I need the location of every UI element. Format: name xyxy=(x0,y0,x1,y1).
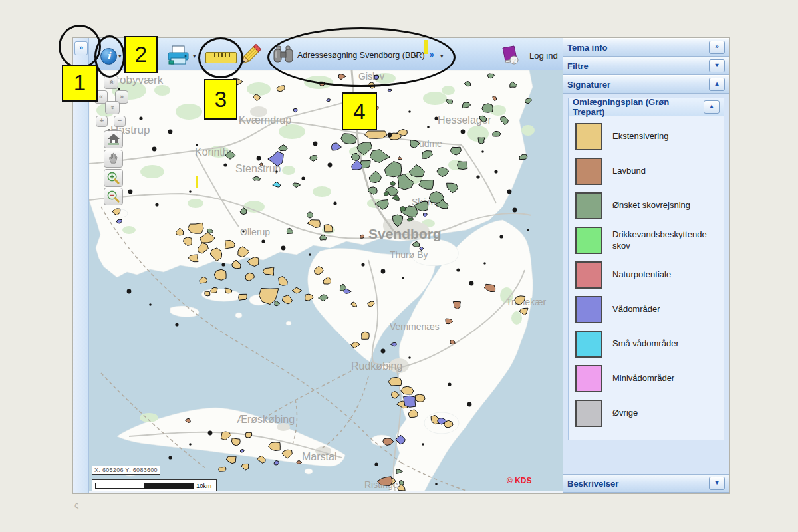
legend-item: Lavbund xyxy=(575,158,718,185)
pan-tool-button[interactable] xyxy=(104,150,123,168)
coordinate-readout: X: 605206 Y: 6083600 xyxy=(92,466,160,475)
pan-up-button[interactable]: » xyxy=(104,76,118,89)
address-search-label[interactable]: Adressesøgning Svendborg (BBR) xyxy=(297,51,425,60)
legend-swatch-naturpotentiale xyxy=(575,261,602,289)
scale-label: 10km xyxy=(196,482,211,489)
more-tools-caret[interactable]: ▾ xyxy=(440,53,444,59)
map-copyright: © KDS xyxy=(507,476,532,485)
print-dropdown-caret[interactable]: ▾ xyxy=(193,53,196,59)
map-label-aeroskobing: Ærøskøbing xyxy=(237,414,295,425)
more-tools-button[interactable]: » xyxy=(430,50,434,59)
stray-mark: ς xyxy=(74,500,78,510)
legend-collapse-button[interactable]: ▴ xyxy=(704,100,720,114)
legend-items: Ekstensivering Lavbund Ønsket skovrejsni… xyxy=(569,116,724,440)
main-toolbar: i ▾ ▾ xyxy=(89,38,563,71)
left-collapsed-panel: » xyxy=(73,38,89,493)
legend-panel: Omlægningsplan (Grøn Trepart) ▴ Ekstensi… xyxy=(568,98,724,440)
panel-beskrivelser-title: Beskrivelser xyxy=(567,479,709,489)
legend-header[interactable]: Omlægningsplan (Grøn Trepart) ▴ xyxy=(569,98,724,116)
map-label-rudkobing: Rudkøbing xyxy=(351,360,402,372)
yellow-marker xyxy=(424,40,428,54)
beskrivelser-collapse-button[interactable]: ▾ xyxy=(709,477,725,490)
draw-button[interactable] xyxy=(237,43,263,70)
map-label-svendborg: Svendborg xyxy=(368,226,442,241)
question-mark-icon: ? xyxy=(512,57,515,64)
legend-swatch-ovrige xyxy=(575,400,602,427)
yellow-map-marker xyxy=(196,176,198,188)
legend-swatch-minivaad xyxy=(575,365,602,392)
scale-bar-segment-white xyxy=(95,483,144,489)
map-label-stenstrup: Stenstrup xyxy=(235,163,281,174)
signaturer-collapse-button[interactable]: ▴ xyxy=(709,78,725,91)
legend-swatch-drikkevand xyxy=(575,227,602,254)
gis-app-window: » i ▾ ▾ xyxy=(72,37,730,494)
map-label-ollerup: Ollerup xyxy=(240,227,270,237)
zoom-out-icon xyxy=(106,190,120,203)
map-canvas[interactable]: Brobyværk Hastrup Kværndrup Korinth Sten… xyxy=(89,70,563,491)
legend-item: Naturpotentiale xyxy=(575,261,718,289)
right-sidebar: Tema info » Filtre ▾ Signaturer ▴ Omlægn… xyxy=(563,38,729,493)
signaturer-content: Omlægningsplan (Grøn Trepart) ▴ Ekstensi… xyxy=(563,94,729,474)
pencil-icon xyxy=(237,43,263,68)
map-label-kvaerndrup: Kværndrup xyxy=(239,114,291,126)
legend-item: Minivådområder xyxy=(575,365,718,392)
legend-item: Ønsket skovrejsning xyxy=(575,192,718,219)
chevrons-right-icon: » xyxy=(79,43,83,51)
legend-swatch-ekstensivering xyxy=(575,123,602,150)
panel-signaturer-title: Signaturer xyxy=(567,80,709,90)
home-extent-button[interactable] xyxy=(104,130,123,148)
panel-filtre-title: Filtre xyxy=(567,61,709,71)
hand-icon xyxy=(108,152,120,164)
pan-down-button[interactable]: » xyxy=(105,101,120,114)
home-icon xyxy=(107,133,120,145)
scale-bar-segment-black xyxy=(144,483,194,489)
print-button[interactable] xyxy=(167,45,190,68)
map-label-tranekaer: Tranekær xyxy=(506,297,547,307)
legend-swatch-smaa-vaad xyxy=(575,331,602,358)
zoom-in-button[interactable] xyxy=(104,169,123,187)
legend-item: Drikkevandsbeskyttende skov xyxy=(575,227,718,254)
zoom-step-in-button[interactable]: + xyxy=(96,116,108,127)
legend-item: Øvrige xyxy=(575,400,718,427)
login-button[interactable]: Log ind xyxy=(529,51,558,61)
info-tool-button[interactable]: i xyxy=(100,48,117,65)
printer-icon xyxy=(167,45,190,65)
legend-item: Vådområder xyxy=(575,296,718,323)
help-book-icon: ? xyxy=(499,45,519,65)
info-icon: i xyxy=(107,50,111,62)
help-button[interactable]: ? xyxy=(499,45,519,67)
measure-button[interactable] xyxy=(205,52,237,63)
address-search-button[interactable] xyxy=(273,45,293,66)
legend-swatch-vaadomraader xyxy=(575,296,602,323)
legend-swatch-skovrejsning xyxy=(575,192,602,219)
panel-tema-info[interactable]: Tema info » xyxy=(563,38,729,57)
scale-bar: 10km xyxy=(92,479,217,491)
binoculars-icon xyxy=(273,45,293,64)
panel-beskrivelser[interactable]: Beskrivelser ▾ xyxy=(563,474,729,493)
tema-info-expand-button[interactable]: » xyxy=(709,41,725,54)
panel-filtre[interactable]: Filtre ▾ xyxy=(563,57,729,75)
toolbar-separator xyxy=(422,45,422,65)
map-label-thuro-by: Thurø By xyxy=(390,249,428,260)
panel-tema-info-title: Tema info xyxy=(567,43,709,53)
zoom-step-out-button[interactable]: − xyxy=(114,116,126,127)
zoom-out-button[interactable] xyxy=(104,188,123,205)
legend-item: Ekstensivering xyxy=(575,123,718,150)
zoom-in-icon xyxy=(106,171,120,185)
address-search-caret[interactable]: ▾ xyxy=(414,53,418,59)
panel-signaturer[interactable]: Signaturer ▴ xyxy=(563,75,729,94)
info-dropdown-caret[interactable]: ▾ xyxy=(118,53,122,59)
map-label-korinth: Korinth xyxy=(195,146,229,158)
expand-left-panel-button[interactable]: » xyxy=(74,41,88,55)
legend-swatch-lavbund xyxy=(575,158,602,185)
map-label-marstal: Marstal xyxy=(302,451,336,462)
legend-title: Omlægningsplan (Grøn Trepart) xyxy=(573,97,704,117)
filtre-collapse-button[interactable]: ▾ xyxy=(709,59,725,72)
map-label-gislev: Gislev xyxy=(358,71,384,82)
legend-item: Små vådområder xyxy=(575,331,718,358)
map-label-vemmenaes: Vemmenæs xyxy=(390,321,440,332)
